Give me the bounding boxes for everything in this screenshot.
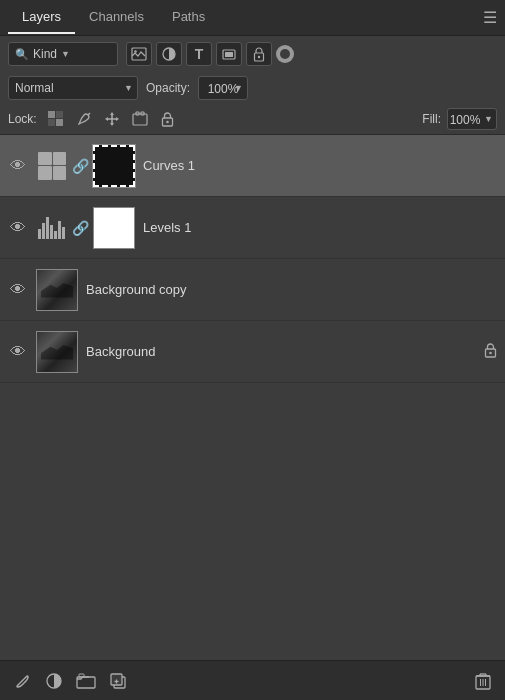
svg-line-19: [20, 679, 24, 683]
layer-name-bg-copy: Background copy: [86, 282, 497, 297]
visibility-icon-bg-copy[interactable]: 👁: [8, 281, 28, 299]
search-icon: 🔍: [15, 48, 29, 61]
svg-rect-4: [225, 52, 233, 57]
fill-value[interactable]: 100%: [447, 108, 497, 130]
layer-name-levels1: Levels 1: [143, 220, 497, 235]
svg-rect-7: [48, 111, 55, 118]
fill-dropdown[interactable]: 100% ▼: [447, 108, 497, 130]
delete-layer-btn[interactable]: [469, 668, 497, 694]
opacity-label: Opacity:: [146, 81, 190, 95]
blend-mode-dropdown[interactable]: Normal Multiply Screen Overlay ▼: [8, 76, 138, 100]
curves1-thumb-area: 🔗: [36, 145, 135, 187]
layer-name-curves1: Curves 1: [143, 158, 497, 173]
curves-type-icon: [36, 150, 68, 182]
bg-copy-thumb-area: [36, 269, 78, 311]
filter-adjustment-icon[interactable]: [156, 42, 182, 66]
layer-locked-icon: [484, 342, 497, 361]
svg-rect-8: [56, 111, 63, 118]
lock-transparent-btn[interactable]: [45, 108, 67, 130]
svg-rect-22: [79, 674, 84, 677]
tab-layers[interactable]: Layers: [8, 1, 75, 34]
svg-rect-10: [56, 119, 63, 126]
svg-rect-12: [133, 114, 147, 125]
svg-point-18: [489, 352, 492, 355]
blend-mode-select[interactable]: Normal Multiply Screen Overlay: [8, 76, 138, 100]
visibility-icon-curves1[interactable]: 👁: [8, 157, 28, 175]
opacity-value[interactable]: 100%: [198, 76, 248, 100]
curves-grid-icon: [38, 152, 66, 180]
svg-point-16: [166, 121, 169, 124]
lock-paint-btn[interactable]: [73, 108, 95, 130]
link-layers-btn[interactable]: [8, 668, 36, 694]
curves1-thumbnail: [93, 145, 135, 187]
levels-type-icon: [36, 212, 68, 244]
levels-bars-icon: [38, 217, 66, 239]
bottom-toolbar: [0, 660, 505, 700]
layer-item-background[interactable]: 👁 Background: [0, 321, 505, 383]
svg-rect-9: [48, 119, 55, 126]
filter-circle-dot-icon[interactable]: [276, 45, 294, 63]
lock-artboard-btn[interactable]: [129, 108, 151, 130]
filter-lock-icon[interactable]: [246, 42, 272, 66]
filter-image-icon[interactable]: [126, 42, 152, 66]
layers-list: 👁 🔗 Curves 1 👁: [0, 135, 505, 660]
add-adjustment-btn[interactable]: [40, 668, 68, 694]
opacity-dropdown[interactable]: 100% ▼: [198, 76, 248, 100]
new-layer-btn[interactable]: [104, 668, 132, 694]
layer-item-curves1[interactable]: 👁 🔗 Curves 1: [0, 135, 505, 197]
kind-dropdown-arrow: ▼: [61, 49, 70, 59]
bg-copy-thumbnail: [36, 269, 78, 311]
lock-label: Lock:: [8, 112, 37, 126]
filter-icons: T: [126, 42, 294, 66]
layers-panel: Layers Channels Paths ☰ 🔍 Kind ▼: [0, 0, 505, 700]
visibility-icon-levels1[interactable]: 👁: [8, 219, 28, 237]
add-group-btn[interactable]: [72, 668, 100, 694]
tab-bar: Layers Channels Paths ☰: [0, 0, 505, 36]
svg-line-11: [88, 113, 90, 115]
tab-channels[interactable]: Channels: [75, 1, 158, 34]
levels1-thumbnail: [93, 207, 135, 249]
blend-mode-row: Normal Multiply Screen Overlay ▼ Opacity…: [0, 72, 505, 104]
filter-shape-icon[interactable]: [216, 42, 242, 66]
kind-label: Kind: [33, 47, 57, 61]
lock-row: Lock:: [0, 104, 505, 135]
filter-row: 🔍 Kind ▼ T: [0, 36, 505, 72]
lock-all-btn[interactable]: [157, 108, 179, 130]
fill-label: Fill:: [422, 112, 441, 126]
visibility-icon-background[interactable]: 👁: [8, 343, 28, 361]
layer-name-background: Background: [86, 344, 476, 359]
tab-paths[interactable]: Paths: [158, 1, 219, 34]
background-thumbnail: [36, 331, 78, 373]
filter-type-icon[interactable]: T: [186, 42, 212, 66]
link-icon-levels1: 🔗: [72, 220, 89, 236]
layer-item-bg-copy[interactable]: 👁 Background copy: [0, 259, 505, 321]
levels1-thumb-area: 🔗: [36, 207, 135, 249]
link-icon-curves1: 🔗: [72, 158, 89, 174]
layer-item-levels1[interactable]: 👁 🔗 Levels: [0, 197, 505, 259]
svg-point-6: [258, 55, 260, 57]
lock-move-btn[interactable]: [101, 108, 123, 130]
svg-point-1: [134, 50, 137, 53]
kind-filter-box[interactable]: 🔍 Kind ▼: [8, 42, 118, 66]
panel-menu-icon[interactable]: ☰: [483, 8, 497, 27]
background-thumb-area: [36, 331, 78, 373]
